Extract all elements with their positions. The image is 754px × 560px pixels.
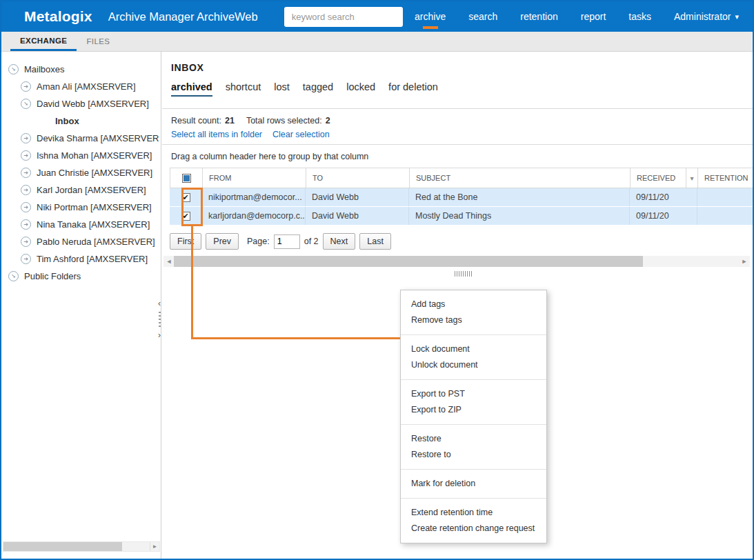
pane-resize-grip[interactable] (455, 271, 473, 277)
sidebar-item-juan-christie[interactable]: ➔ Juan Christie [AMXSERVER] (1, 164, 161, 181)
first-page-button[interactable]: First (170, 233, 201, 250)
expand-arrow-icon: ➔ (21, 237, 31, 247)
nav-retention[interactable]: retention (520, 11, 557, 22)
menu-group-lock: Lock document Unlock document (401, 334, 546, 379)
menu-item-remove-tags[interactable]: Remove tags (401, 312, 546, 328)
annotation-callout-line-vertical (191, 226, 193, 337)
sidebar-item-niki-portman[interactable]: ➔ Niki Portman [AMXSERVER] (1, 199, 161, 216)
prev-page-button[interactable]: Prev (206, 233, 239, 250)
clear-selection-link[interactable]: Clear selection (272, 130, 330, 139)
nav-report[interactable]: report (581, 11, 606, 22)
cell-retention (697, 188, 753, 206)
sidebar-item-devika-sharma[interactable]: ➔ Devika Sharma [AMXSERVER (1, 130, 161, 147)
user-menu[interactable]: Administrator ▾ (674, 11, 739, 22)
checkbox-indeterminate-icon[interactable] (182, 174, 191, 183)
select-all-link[interactable]: Select all items in folder (171, 130, 262, 139)
menu-item-unlock-document[interactable]: Unlock document (401, 357, 546, 373)
column-header-from[interactable]: FROM (203, 168, 306, 188)
menu-item-export-to-zip[interactable]: Export to ZIP (401, 402, 546, 418)
page-of-label: of 2 (304, 237, 319, 246)
last-page-button[interactable]: Last (359, 233, 391, 250)
scrollbar-thumb[interactable] (174, 256, 643, 267)
table-row[interactable]: ✔ karljordan@democorp.c... David Webb Mo… (170, 207, 753, 226)
sidebar-item-tim-ashford[interactable]: ➔ Tim Ashford [AMXSERVER] (1, 250, 161, 268)
tree-label: Tim Ashford [AMXSERVER] (37, 254, 148, 264)
checkbox-fill (183, 175, 190, 181)
cell-subject: Mostly Dead Things (409, 207, 630, 225)
tree-label: Nina Tanaka [AMXSERVER] (37, 219, 150, 230)
select-all-checkbox[interactable] (170, 168, 203, 188)
view-tab-shortcut[interactable]: shortcut (226, 81, 261, 97)
menu-item-lock-document[interactable]: Lock document (401, 341, 546, 357)
sidebar-splitter[interactable]: ‹ › (156, 299, 163, 339)
menu-item-export-to-pst[interactable]: Export to PST (401, 386, 546, 402)
expand-arrow-icon: ➔ (21, 219, 31, 230)
tree-label: Mailboxes (24, 64, 65, 74)
menu-item-add-tags[interactable]: Add tags (401, 297, 546, 312)
column-header-to[interactable]: TO (306, 168, 410, 188)
expand-arrow-icon: ➔ (21, 133, 31, 143)
collapse-left-icon[interactable]: ‹ (158, 299, 161, 308)
tree-label: David Webb [AMXSERVER] (37, 99, 149, 109)
scrollbar-thumb[interactable] (3, 542, 122, 551)
sidebar-item-david-webb[interactable]: ➘ David Webb [AMXSERVER] (1, 95, 161, 112)
tree-label: Inbox (55, 116, 79, 126)
collapse-right-icon[interactable]: › (158, 331, 161, 339)
sidebar-horizontal-scrollbar[interactable]: ► (3, 541, 160, 552)
menu-item-restore[interactable]: Restore (401, 431, 546, 447)
grid-horizontal-scrollbar[interactable]: ◄ ► (163, 256, 750, 267)
expand-arrow-icon: ➘ (21, 99, 31, 109)
scroll-right-icon[interactable]: ► (150, 542, 159, 551)
sidebar-item-nina-tanaka[interactable]: ➔ Nina Tanaka [AMXSERVER] (1, 216, 161, 233)
sidebar-item-pablo-neruda[interactable]: ➔ Pablo Neruda [AMXSERVER] (1, 233, 161, 250)
expand-arrow-icon: ➔ (21, 168, 31, 178)
annotation-callout-line-horizontal (191, 337, 400, 339)
module-tabstrip: EXCHANGE FILES (1, 32, 753, 52)
sidebar-item-ishna-mohan[interactable]: ➔ Ishna Mohan [AMXSERVER] (1, 147, 161, 164)
result-count-value: 21 (225, 116, 235, 126)
menu-group-deletion: Mark for deletion (401, 469, 546, 498)
scroll-left-icon[interactable]: ◄ (163, 256, 175, 267)
chevron-down-icon[interactable]: ▾ (686, 168, 697, 188)
page-number-input[interactable] (274, 234, 300, 249)
nav-tasks[interactable]: tasks (628, 11, 651, 22)
expand-arrow-icon: ➔ (21, 81, 31, 92)
column-header-subject[interactable]: SUBJECT (410, 168, 631, 188)
menu-item-mark-for-deletion[interactable]: Mark for deletion (401, 476, 546, 492)
divider (162, 144, 753, 145)
next-page-button[interactable]: Next (323, 233, 356, 250)
table-row[interactable]: ✔ nikiportman@democor... David Webb Red … (170, 188, 753, 207)
tab-exchange[interactable]: EXCHANGE (10, 32, 77, 51)
nav-search[interactable]: search (468, 11, 497, 22)
folder-title: INBOX (171, 62, 204, 73)
app-title: Archive Manager ArchiveWeb (108, 10, 258, 23)
nav-archive[interactable]: archive (415, 11, 446, 22)
sidebar-item-public-folders[interactable]: ➘ Public Folders (1, 268, 161, 285)
tree-label: Ishna Mohan [AMXSERVER] (37, 150, 152, 161)
scroll-right-icon[interactable]: ► (739, 256, 750, 267)
sidebar-item-aman-ali[interactable]: ➔ Aman Ali [AMXSERVER] (1, 78, 161, 95)
view-tab-for-deletion[interactable]: for deletion (388, 81, 438, 97)
menu-item-create-retention-change-request[interactable]: Create retention change request (401, 521, 546, 537)
keyword-search-input[interactable] (284, 7, 403, 27)
view-tab-lost[interactable]: lost (274, 81, 290, 97)
cell-received: 09/11/20 (630, 207, 697, 225)
tree-label: Juan Christie [AMXSERVER] (37, 168, 152, 178)
sidebar-item-karl-jordan[interactable]: ➔ Karl Jordan [AMXSERVER] (1, 181, 161, 199)
menu-item-extend-retention-time[interactable]: Extend retention time (401, 505, 546, 521)
metalogix-logo: Metalogix (24, 8, 92, 25)
selection-links: Select all items in folder Clear selecti… (171, 130, 330, 139)
result-summary: Result count: 21 Total rows selected: 2 (171, 116, 330, 126)
archiveweb-window: Metalogix Archive Manager ArchiveWeb arc… (0, 0, 754, 560)
menu-group-export: Export to PST Export to ZIP (401, 379, 546, 424)
menu-item-restore-to[interactable]: Restore to (401, 447, 546, 463)
tab-files[interactable]: FILES (77, 32, 119, 51)
sidebar-item-inbox[interactable]: Inbox (1, 112, 161, 130)
view-tab-locked[interactable]: locked (346, 81, 375, 97)
menu-group-tags: Add tags Remove tags (401, 290, 546, 334)
sidebar-item-mailboxes[interactable]: ➘ Mailboxes (1, 61, 161, 78)
view-tab-tagged[interactable]: tagged (303, 81, 333, 97)
view-tab-archived[interactable]: archived (171, 81, 212, 97)
column-header-retention[interactable]: RETENTION (698, 168, 753, 188)
column-header-received[interactable]: RECEIVED ▾ (631, 168, 698, 188)
